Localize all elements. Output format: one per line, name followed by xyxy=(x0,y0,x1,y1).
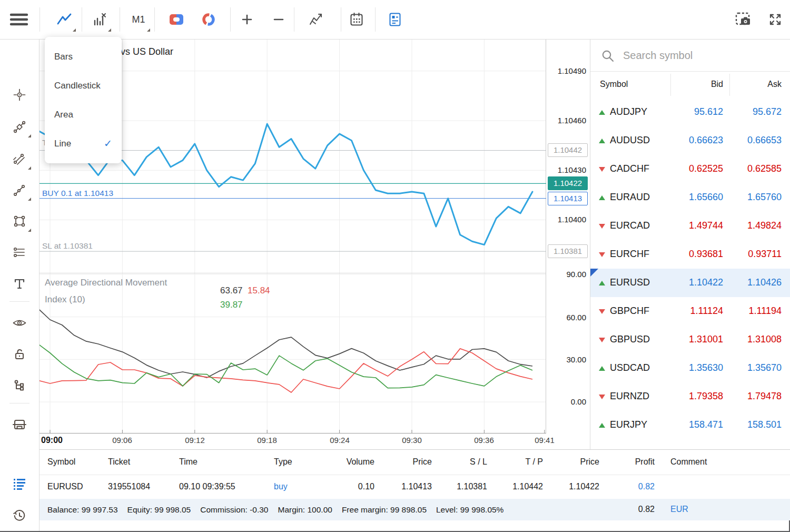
market-watch-row[interactable]: CADCHF 0.62525 0.62585 xyxy=(590,155,790,183)
sl-line-label: SL at 1.10381 xyxy=(42,241,93,251)
menu-item-line[interactable]: Line✓ xyxy=(45,129,122,158)
calendar-icon xyxy=(349,12,364,27)
column-bid[interactable]: Bid xyxy=(711,80,723,89)
commission-label: Commission: -0.30 xyxy=(200,505,268,515)
indicator-delete-button[interactable] xyxy=(86,5,113,34)
toolbar-separator xyxy=(120,7,120,32)
bid-value[interactable]: 95.612 xyxy=(694,106,723,117)
ask-value[interactable]: 1.35670 xyxy=(747,362,782,373)
ask-value[interactable]: 0.93711 xyxy=(748,249,782,260)
bid-value[interactable]: 1.35630 xyxy=(689,362,723,373)
market-watch-row[interactable]: GBPCHF 1.11124 1.11194 xyxy=(590,297,790,326)
bid-value[interactable]: 1.10422 xyxy=(689,277,723,288)
ask-value[interactable]: 1.65760 xyxy=(747,192,782,203)
toggle-objects-visibility[interactable] xyxy=(6,310,33,336)
market-watch-row[interactable]: EURAUD 1.65660 1.65760 xyxy=(590,183,790,212)
adx-axis-tick: 60.00 xyxy=(549,313,586,322)
search-input[interactable] xyxy=(623,40,781,71)
more-options-triangle xyxy=(28,134,31,137)
shapes-tool[interactable] xyxy=(6,209,33,234)
chart-type-button[interactable] xyxy=(51,5,78,34)
column-ask[interactable]: Ask xyxy=(767,80,782,89)
market-watch-row[interactable]: AUDUSD 0.66623 0.66653 xyxy=(590,126,790,155)
market-watch-row[interactable]: AUDJPY 95.612 95.672 xyxy=(590,98,790,126)
ask-value[interactable]: 1.79478 xyxy=(747,391,782,402)
market-watch-row[interactable]: EURCHF 0.93681 0.93711 xyxy=(590,240,790,269)
menu-item-bars[interactable]: Bars xyxy=(45,42,122,71)
adx-axis-tick: 0.00 xyxy=(549,397,586,406)
economic-calendar-button[interactable] xyxy=(343,5,370,34)
fibonacci-tool[interactable] xyxy=(6,240,33,265)
ask-value[interactable]: 1.10426 xyxy=(747,277,782,288)
quick-trade-toggle[interactable] xyxy=(163,5,190,34)
channels-tool[interactable] xyxy=(6,146,33,172)
bid-value[interactable]: 1.11124 xyxy=(690,306,723,317)
symbol-label: GBPUSD xyxy=(610,334,650,345)
polyline-tool[interactable] xyxy=(6,178,33,203)
trade-tab[interactable] xyxy=(6,471,33,496)
bid-value[interactable]: 1.65660 xyxy=(689,192,723,203)
position-type: buy xyxy=(274,482,288,491)
sidebar-separator xyxy=(9,301,29,302)
crosshair-tool[interactable] xyxy=(6,82,33,107)
market-depth-button[interactable] xyxy=(195,5,222,34)
market-watch-row[interactable]: EURCAD 1.49744 1.49824 xyxy=(590,212,790,240)
history-clock-icon xyxy=(12,508,27,523)
ask-value[interactable]: 95.672 xyxy=(753,106,782,117)
trend-icon xyxy=(599,395,605,399)
chart-type-menu: Bars Candlestick Area Line✓ xyxy=(45,37,122,163)
market-watch-row[interactable]: USDCAD 1.35630 1.35670 xyxy=(590,354,790,382)
print-chart-button[interactable] xyxy=(6,412,33,437)
text-tool[interactable] xyxy=(6,271,33,297)
equity-label: Equity: 99 998.05 xyxy=(127,505,191,515)
market-watch-row[interactable]: EURUSD 1.10422 1.10426 xyxy=(590,269,790,297)
bid-value[interactable]: 0.93681 xyxy=(689,249,723,260)
col-time: Time xyxy=(179,457,197,467)
ask-value[interactable]: 158.501 xyxy=(747,419,782,430)
ask-value[interactable]: 0.62585 xyxy=(747,163,782,174)
market-watch-row[interactable]: EURJPY 158.471 158.501 xyxy=(590,411,790,439)
bid-value[interactable]: 0.66623 xyxy=(689,135,723,146)
history-tab[interactable] xyxy=(6,503,33,528)
ask-value[interactable]: 1.49824 xyxy=(747,220,782,231)
ask-value[interactable]: 1.11194 xyxy=(749,306,782,317)
main-menu-button[interactable] xyxy=(5,5,33,34)
price-axis-tick: 1.10490 xyxy=(549,66,586,75)
bid-value[interactable]: 0.62525 xyxy=(689,163,723,174)
unlock-objects[interactable] xyxy=(6,342,33,367)
screenshot-button[interactable] xyxy=(730,5,757,34)
market-watch-row[interactable]: GBPUSD 1.31001 1.31008 xyxy=(590,326,790,354)
ask-value[interactable]: 0.66653 xyxy=(747,135,782,146)
position-ticket: 319551084 xyxy=(108,482,150,491)
symbol-label: EURCAD xyxy=(610,220,650,231)
position-row[interactable]: EURUSD 319551084 09.10 09:39:55 buy 0.10… xyxy=(39,475,790,499)
hamburger-icon xyxy=(9,12,29,27)
timeframe-button[interactable]: M1 xyxy=(125,5,152,34)
lines-tool[interactable] xyxy=(6,114,33,140)
more-options-triangle xyxy=(28,229,31,232)
zoom-out-button[interactable] xyxy=(265,5,292,34)
trade-dialog-button[interactable] xyxy=(381,5,409,34)
bid-value[interactable]: 1.31001 xyxy=(689,334,723,345)
adx-axis-tick: 30.00 xyxy=(549,355,586,364)
object-tree[interactable] xyxy=(6,373,33,398)
bid-value[interactable]: 1.79358 xyxy=(689,391,723,402)
account-status-bar: Balance: 99 997.53 Equity: 99 998.05 Com… xyxy=(39,499,790,520)
position-tp: 1.10442 xyxy=(496,482,543,491)
account-summary: Balance: 99 997.53 Equity: 99 998.05 Com… xyxy=(47,499,503,520)
toolbar-separator xyxy=(82,7,82,32)
menu-item-candlestick[interactable]: Candlestick xyxy=(45,71,122,100)
ask-value[interactable]: 1.31008 xyxy=(747,334,782,345)
bars-with-x-icon xyxy=(92,12,107,27)
column-symbol[interactable]: Symbol xyxy=(600,80,628,89)
market-watch-row[interactable]: EURNZD 1.79358 1.79478 xyxy=(590,382,790,411)
object-tree-icon xyxy=(13,379,26,392)
bid-value[interactable]: 1.49744 xyxy=(689,220,723,231)
bid-value[interactable]: 158.471 xyxy=(689,419,723,430)
menu-item-area[interactable]: Area xyxy=(45,100,122,129)
trade-list-icon xyxy=(12,477,27,490)
zoom-in-button[interactable] xyxy=(233,5,261,34)
indicators-button[interactable] xyxy=(303,5,330,34)
fullscreen-button[interactable] xyxy=(762,5,789,34)
eye-icon xyxy=(12,317,27,329)
